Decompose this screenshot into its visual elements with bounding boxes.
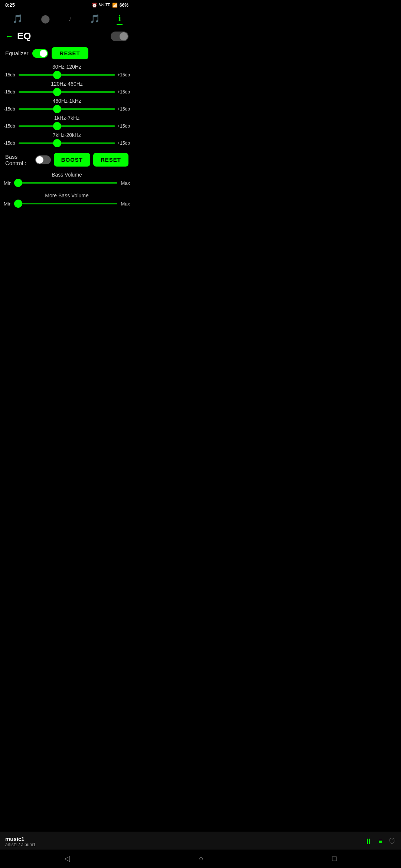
band-1-min: -15db: [4, 72, 17, 78]
band-2-slider[interactable]: [19, 88, 115, 96]
bass-volume-label: Bass Volume: [4, 172, 130, 178]
bass-reset-button[interactable]: RESET: [93, 153, 128, 167]
bass-boost-button[interactable]: BOOST: [54, 153, 90, 167]
status-right: ⏰ VoLTE 📶 66%: [92, 3, 128, 8]
bass-control-toggle[interactable]: [35, 155, 51, 164]
band-1-max: +15db: [117, 72, 130, 78]
eq-section: Equalizer RESET 30Hz-120Hz -15db +15db 1…: [0, 45, 134, 169]
band-5-max: +15db: [117, 141, 130, 146]
page-title: EQ: [17, 30, 31, 42]
band-5-label: 7kHz-20kHz: [4, 132, 130, 138]
bass-vol-min-label: Min: [4, 180, 14, 186]
bass-volume-section: Bass Volume Min Max More Bass Volume Min…: [0, 172, 134, 207]
equalizer-toggle[interactable]: [32, 49, 48, 58]
band-5-slider[interactable]: [19, 139, 115, 147]
more-bass-volume-label: More Bass Volume: [4, 193, 130, 198]
band-4-max: +15db: [117, 124, 130, 129]
bass-volume-slider-row: Min Max: [4, 179, 130, 187]
eq-reset-button[interactable]: RESET: [52, 47, 88, 59]
band-4-slider-row: -15db +15db: [4, 122, 130, 130]
bass-control-label: Bass Control :: [5, 154, 32, 166]
band-5-slider-row: -15db +15db: [4, 139, 130, 147]
volte-icon: VoLTE: [99, 3, 110, 7]
band-4-container: 1kHz-7kHz -15db +15db: [4, 115, 130, 130]
more-bass-volume-slider-row: Min Max: [4, 200, 130, 207]
nav-music-library[interactable]: 🎵: [11, 13, 24, 25]
equalizer-label: Equalizer: [5, 50, 29, 56]
status-time: 8:25: [5, 2, 15, 8]
bass-volume-slider[interactable]: [16, 179, 117, 187]
more-bass-vol-max-label: Max: [120, 201, 130, 207]
band-3-slider[interactable]: [19, 105, 115, 113]
band-1-slider[interactable]: [19, 71, 115, 79]
band-2-slider-row: -15db +15db: [4, 88, 130, 96]
nav-note[interactable]: ♪: [66, 13, 73, 24]
band-1-slider-row: -15db +15db: [4, 71, 130, 79]
band-3-container: 460Hz-1kHz -15db +15db: [4, 98, 130, 113]
nav-vinyl[interactable]: ⬤: [39, 13, 52, 25]
band-2-label: 120Hz-460Hz: [4, 81, 130, 87]
nav-folder-music[interactable]: 🎵: [88, 13, 101, 25]
back-button[interactable]: ←: [5, 32, 13, 41]
battery-text: 66%: [120, 3, 128, 8]
top-nav: 🎵 ⬤ ♪ 🎵 ℹ: [0, 9, 134, 27]
bass-vol-max-label: Max: [120, 180, 130, 186]
band-5-min: -15db: [4, 141, 17, 146]
eq-controls-row: Equalizer RESET: [4, 45, 130, 62]
more-bass-volume-slider[interactable]: [16, 200, 117, 207]
band-2-min: -15db: [4, 89, 17, 95]
status-bar: 8:25 ⏰ VoLTE 📶 66%: [0, 0, 134, 9]
band-4-label: 1kHz-7kHz: [4, 115, 130, 121]
master-eq-toggle[interactable]: [111, 32, 128, 41]
band-3-max: +15db: [117, 106, 130, 112]
nav-info[interactable]: ℹ: [117, 12, 123, 25]
band-3-slider-row: -15db +15db: [4, 105, 130, 113]
page-header: ← EQ: [0, 27, 134, 45]
band-2-container: 120Hz-460Hz -15db +15db: [4, 81, 130, 96]
band-3-label: 460Hz-1kHz: [4, 98, 130, 104]
band-2-max: +15db: [117, 89, 130, 95]
signal-icon: 📶: [112, 3, 118, 8]
band-3-min: -15db: [4, 106, 17, 112]
alarm-icon: ⏰: [92, 3, 97, 8]
band-1-container: 30Hz-120Hz -15db +15db: [4, 64, 130, 79]
band-4-slider[interactable]: [19, 122, 115, 130]
band-1-label: 30Hz-120Hz: [4, 64, 130, 70]
band-5-container: 7kHz-20kHz -15db +15db: [4, 132, 130, 147]
more-bass-vol-min-label: Min: [4, 201, 14, 207]
band-4-min: -15db: [4, 124, 17, 129]
bass-control-row: Bass Control : BOOST RESET: [4, 149, 130, 169]
